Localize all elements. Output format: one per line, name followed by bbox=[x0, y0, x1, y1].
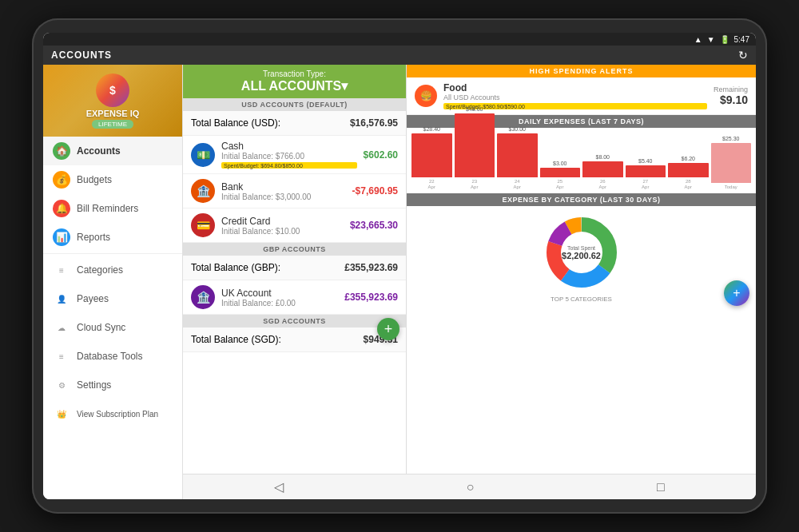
bar-date-1: 23Apr bbox=[471, 179, 478, 190]
bar-label-6: $6.20 bbox=[681, 156, 695, 161]
center-panel: Transaction Type: ALL ACCOUNTS▾ USD ACCO… bbox=[183, 65, 407, 474]
app-logo-circle: $ bbox=[96, 73, 129, 107]
battery-icon: 🔋 bbox=[720, 35, 729, 44]
bar-group-0: $28.40 22Apr bbox=[411, 126, 452, 190]
cash-initial: Initial Balance: $766.00 bbox=[221, 152, 357, 161]
bar-label-4: $8.00 bbox=[595, 154, 610, 160]
all-accounts-selector[interactable]: ALL ACCOUNTS▾ bbox=[188, 78, 401, 93]
add-account-fab[interactable]: + bbox=[377, 318, 400, 340]
bar-label-2: $30.00 bbox=[509, 126, 526, 132]
gbp-total-label: Total Balance (GBP): bbox=[191, 262, 280, 273]
remaining-amount: $9.10 bbox=[714, 93, 748, 106]
bar-group-5: $5.40 27Apr bbox=[626, 158, 666, 190]
bar-label-5: $5.40 bbox=[638, 158, 653, 164]
cloud-sync-label: Cloud Sync bbox=[77, 322, 125, 333]
app-logo-symbol: $ bbox=[109, 84, 116, 97]
usd-section-header: USD ACCOUNTS (DEFAULT) bbox=[183, 98, 406, 111]
gbp-section-header: GBP ACCOUNTS bbox=[183, 243, 406, 256]
sgd-total-balance: Total Balance (SGD): $949.31 bbox=[183, 328, 406, 352]
bank-amount: -$7,690.95 bbox=[352, 185, 398, 197]
bank-icon: 🏦 bbox=[191, 179, 215, 203]
usd-total-amount: $16,576.95 bbox=[350, 117, 398, 129]
subscription-label: View Subscription Plan bbox=[77, 410, 158, 419]
uk-account-name: UK Account bbox=[221, 288, 338, 299]
nav-recent-button[interactable]: □ bbox=[644, 478, 678, 496]
sidebar-item-payees[interactable]: 👤 Payees bbox=[43, 284, 182, 313]
category-chart-section: EXPENSE BY CATEGORY (LAST 30 DAYS) bbox=[407, 193, 756, 309]
top-bar: ACCOUNTS ↻ bbox=[43, 46, 756, 65]
categories-icon: ≡ bbox=[53, 261, 70, 279]
account-item-cash[interactable]: 💵 Cash Initial Balance: $766.00 Spent/Bu… bbox=[183, 136, 406, 174]
nav-home-button[interactable]: ○ bbox=[454, 478, 487, 496]
account-item-uk[interactable]: 🏦 UK Account Initial Balance: £0.00 £355… bbox=[183, 280, 406, 315]
credit-card-icon: 💳 bbox=[191, 213, 215, 237]
credit-card-initial: Initial Balance: $10.00 bbox=[221, 227, 344, 236]
sgd-section-wrapper: SGD ACCOUNTS Total Balance (SGD): $949.3… bbox=[183, 315, 406, 352]
bar-group-3: $3.00 25Apr bbox=[540, 161, 581, 190]
bar-date-5: 27Apr bbox=[642, 179, 649, 190]
category-fab-icon: + bbox=[733, 286, 740, 300]
sidebar-item-accounts[interactable]: 🏠 Accounts bbox=[43, 137, 182, 165]
right-panel: HIGH SPENDING ALERTS 🍔 Food All USD Acco… bbox=[407, 65, 756, 474]
app-container: $ EXPENSE IQ LIFETIME 🏠 Accounts 💰 Budge… bbox=[43, 65, 756, 499]
donut-chart: Total Spent $2,200.62 bbox=[542, 212, 622, 292]
cloud-sync-icon: ☁ bbox=[53, 319, 70, 336]
nav-back-button[interactable]: ◁ bbox=[261, 478, 296, 496]
uk-account-amount: £355,923.69 bbox=[344, 292, 398, 303]
budgets-icon: 💰 bbox=[53, 171, 70, 189]
sidebar-item-bill-reminders[interactable]: 🔔 Bill Reminders bbox=[43, 194, 182, 223]
wifi-icon: ▲ bbox=[694, 35, 702, 44]
bar-date-3: 25Apr bbox=[556, 179, 563, 190]
bars-container: $28.40 22Apr $48.60 23Apr bbox=[411, 134, 751, 190]
bar-label-today: $25.30 bbox=[722, 136, 739, 141]
settings-label: Settings bbox=[77, 379, 111, 391]
cash-amount: $602.60 bbox=[364, 149, 398, 161]
accounts-icon: 🏠 bbox=[53, 142, 70, 160]
bar-date-today: Today bbox=[725, 185, 737, 190]
sidebar-item-budgets[interactable]: 💰 Budgets bbox=[43, 165, 182, 194]
sgd-section-header: SGD ACCOUNTS bbox=[183, 315, 406, 328]
usd-total-label: Total Balance (USD): bbox=[191, 117, 280, 129]
sidebar-item-database-tools[interactable]: ≡ Database Tools bbox=[43, 342, 182, 371]
donut-section: Total Spent $2,200.62 TOP 5 CATEGORIES + bbox=[407, 206, 756, 309]
food-alert-sub: All USD Accounts bbox=[443, 93, 707, 101]
app-name: EXPENSE IQ bbox=[86, 109, 140, 118]
bar-4 bbox=[582, 161, 623, 177]
bank-details: Bank Initial Balance: $3,000.00 bbox=[221, 181, 346, 201]
sidebar-item-cloud-sync[interactable]: ☁ Cloud Sync bbox=[43, 313, 182, 342]
food-alert-icon: 🍔 bbox=[415, 85, 437, 107]
gbp-total-balance: Total Balance (GBP): £355,923.69 bbox=[183, 256, 406, 280]
payees-label: Payees bbox=[77, 293, 109, 304]
credit-card-name: Credit Card bbox=[221, 216, 344, 227]
donut-total-label: Total Spent bbox=[562, 245, 601, 251]
bar-6 bbox=[668, 163, 709, 177]
refresh-icon[interactable]: ↻ bbox=[738, 49, 748, 62]
credit-card-amount: $23,665.30 bbox=[350, 220, 398, 231]
sidebar-header: $ EXPENSE IQ LIFETIME bbox=[43, 65, 182, 137]
bank-initial: Initial Balance: $3,000.00 bbox=[221, 193, 346, 201]
uk-account-details: UK Account Initial Balance: £0.00 bbox=[221, 288, 338, 308]
sidebar-item-settings[interactable]: ⚙ Settings bbox=[43, 371, 182, 399]
sidebar-item-categories[interactable]: ≡ Categories bbox=[43, 256, 182, 284]
reports-label: Reports bbox=[77, 232, 110, 243]
sidebar-item-subscription[interactable]: 👑 View Subscription Plan bbox=[43, 399, 182, 428]
bar-5 bbox=[626, 165, 666, 177]
category-fab[interactable]: + bbox=[724, 280, 749, 306]
account-item-bank[interactable]: 🏦 Bank Initial Balance: $3,000.00 -$7,69… bbox=[183, 174, 406, 208]
alerts-header: HIGH SPENDING ALERTS bbox=[407, 65, 756, 77]
food-alert-name: Food bbox=[443, 82, 707, 93]
daily-expenses-section: DAILY EXPENSES (LAST 7 DAYS) $28.40 22Ap… bbox=[407, 115, 756, 193]
bar-2 bbox=[497, 133, 538, 177]
account-item-credit-card[interactable]: 💳 Credit Card Initial Balance: $10.00 $2… bbox=[183, 208, 406, 243]
bill-reminders-icon: 🔔 bbox=[53, 200, 70, 217]
accounts-label: Accounts bbox=[77, 145, 121, 157]
bar-date-0: 22Apr bbox=[428, 179, 435, 190]
food-remaining: Remaining $9.10 bbox=[714, 85, 748, 106]
bill-reminders-label: Bill Reminders bbox=[77, 203, 138, 214]
bar-label-1: $48.60 bbox=[466, 106, 483, 112]
nav-divider-1 bbox=[43, 253, 182, 254]
sidebar-item-reports[interactable]: 📊 Reports bbox=[43, 223, 182, 252]
signal-icon: ▼ bbox=[707, 35, 715, 44]
content-area: Transaction Type: ALL ACCOUNTS▾ USD ACCO… bbox=[183, 65, 756, 474]
payees-icon: 👤 bbox=[53, 290, 70, 308]
